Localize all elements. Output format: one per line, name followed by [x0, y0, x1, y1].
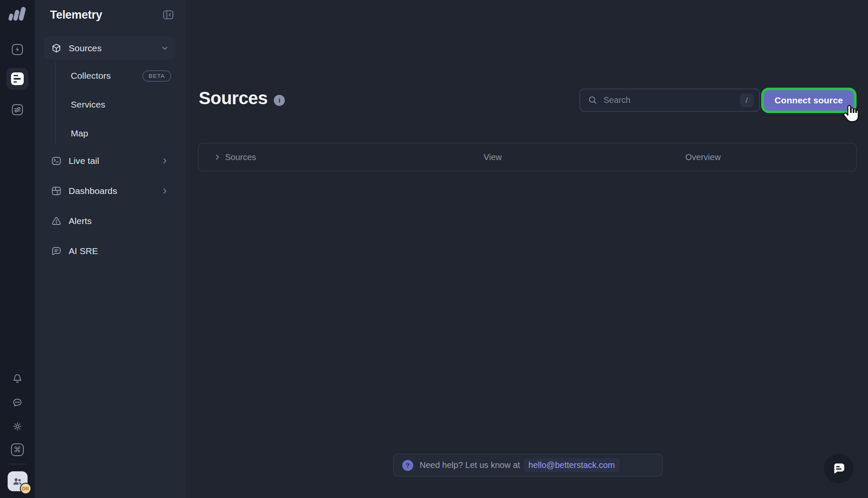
rail-bottom-group: ⌘ DR	[8, 373, 28, 498]
sliders-icon[interactable]	[11, 103, 24, 116]
help-bar: ? Need help? Let us know at hello@better…	[393, 454, 663, 477]
terminal-icon	[51, 155, 62, 166]
help-email-link[interactable]: hello@betterstack.com	[524, 458, 620, 472]
column-label: View	[484, 152, 502, 162]
chat-lines-icon	[51, 246, 62, 257]
page-title: Sources	[199, 88, 267, 108]
sidebar-item-collectors[interactable]: Collectors BETA	[35, 61, 185, 90]
sidebar-item-label: Alerts	[69, 216, 92, 226]
rail-divider	[8, 464, 27, 465]
sidebar: Telemetry Sources Collectors	[35, 0, 185, 498]
avatar-initials-badge: DR	[20, 483, 31, 494]
uptime-lightning-icon[interactable]	[11, 43, 24, 56]
column-label: Sources	[225, 152, 256, 162]
help-text: Need help? Let us know at	[420, 460, 520, 470]
feedback-chat-icon[interactable]	[12, 397, 23, 408]
sidebar-item-label: Sources	[69, 43, 102, 53]
logs-icon	[11, 72, 24, 85]
sidebar-item-label: Live tail	[69, 156, 99, 166]
chevron-right-icon	[160, 156, 170, 166]
chevron-right-icon	[213, 153, 222, 161]
telemetry-rail-item-active[interactable]	[6, 68, 28, 90]
bento-grid-icon	[51, 185, 62, 196]
chevron-down-icon	[160, 44, 170, 53]
cube-icon	[51, 43, 62, 54]
sidebar-item-label: AI SRE	[69, 246, 98, 256]
support-chat-button[interactable]	[824, 454, 854, 483]
column-label: Overview	[685, 152, 721, 162]
icon-rail: ⌘ DR	[0, 0, 35, 498]
sources-subtree: Collectors BETA Services Map	[35, 61, 185, 148]
sources-table-header: Sources View Overview	[198, 143, 857, 172]
warning-triangle-icon	[51, 216, 62, 227]
sidebar-item-ai-sre[interactable]: AI SRE	[44, 240, 175, 262]
sidebar-item-map[interactable]: Map	[35, 119, 185, 148]
page-header: Sources i	[199, 88, 285, 108]
sidebar-item-services[interactable]: Services	[35, 90, 185, 119]
column-header-view: View	[484, 144, 502, 171]
betterstack-logo-icon[interactable]	[8, 6, 27, 23]
sidebar-item-dashboards[interactable]: Dashboards	[44, 180, 175, 202]
connect-source-button[interactable]: Connect source	[764, 90, 854, 111]
bell-icon[interactable]	[12, 373, 23, 384]
main-content: Sources i / Connect source Sources View …	[186, 0, 868, 498]
question-icon: ?	[402, 460, 413, 471]
sidebar-item-label: Collectors	[71, 71, 111, 81]
command-icon[interactable]: ⌘	[11, 443, 24, 456]
info-icon[interactable]: i	[274, 95, 285, 106]
search-input[interactable]	[603, 95, 740, 105]
sidebar-item-label: Services	[71, 100, 105, 110]
search-box[interactable]: /	[579, 89, 760, 112]
sidebar-item-alerts[interactable]: Alerts	[44, 210, 175, 232]
chevron-right-icon	[160, 186, 170, 196]
sidebar-item-sources[interactable]: Sources	[44, 37, 175, 59]
sidebar-item-label: Dashboards	[69, 186, 117, 196]
account-avatar[interactable]: DR	[8, 471, 28, 491]
sidebar-header: Telemetry	[35, 0, 185, 28]
slash-shortcut-key: /	[740, 94, 754, 107]
chat-bubble-icon	[831, 460, 847, 476]
sidebar-title: Telemetry	[50, 8, 102, 22]
column-header-sources[interactable]: Sources	[213, 144, 256, 171]
column-header-overview: Overview	[685, 144, 721, 171]
theme-sun-icon[interactable]	[12, 421, 23, 432]
sidebar-item-live-tail[interactable]: Live tail	[44, 149, 175, 172]
search-icon	[588, 95, 598, 105]
beta-badge: BETA	[142, 70, 171, 82]
sidebar-item-label: Map	[71, 128, 88, 138]
panel-collapse-icon[interactable]	[162, 8, 175, 21]
